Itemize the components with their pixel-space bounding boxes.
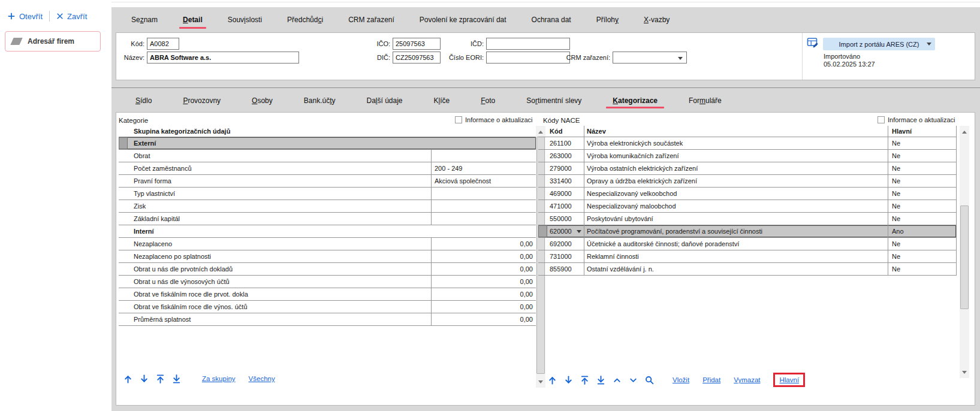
move-first-icon[interactable] (578, 374, 591, 386)
nace-row-279000[interactable]: 279000Výroba ostatních elektrických zaří… (538, 162, 957, 175)
move-last-icon[interactable] (170, 373, 183, 385)
edit-table-icon[interactable] (807, 37, 819, 49)
row-selector (119, 137, 128, 149)
move-down-icon[interactable] (562, 374, 575, 386)
dic-input[interactable] (393, 52, 441, 64)
category-row-typ-vlastnictvi[interactable]: Typ vlastnictví (119, 188, 536, 200)
ico-input[interactable] (393, 38, 441, 50)
category-row-pravni-forma[interactable]: Pravní formaAkciová společnost (119, 175, 536, 188)
tab-souvislosti[interactable]: Souvislosti (215, 7, 275, 32)
close-button[interactable]: Zavřít (56, 12, 87, 21)
search-icon[interactable] (643, 374, 656, 386)
nace-row-469000[interactable]: 469000Nespecializovaný velkoobchodNe (538, 188, 957, 200)
category-row-obrat-u-nas-dle-vynosovych-uctu[interactable]: Obrat u nás dle výnosových účtů0,00 (119, 276, 536, 288)
scroll-down-button[interactable] (536, 378, 545, 388)
link-vsechny[interactable]: Všechny (249, 375, 275, 382)
tab-detail[interactable]: Detail (170, 7, 215, 32)
nace-row-692000[interactable]: 692000Účetnické a auditorské činnosti; d… (538, 238, 957, 250)
tab-ochrana-dat[interactable]: Ochrana dat (519, 7, 584, 32)
category-row-zakladni-kapital[interactable]: Základní kapitál (119, 213, 536, 225)
move-down-icon[interactable] (137, 373, 150, 385)
tab-formulare[interactable]: Formuláře (673, 89, 737, 112)
tab-povoleni-ke-zpracovani-dat[interactable]: Povolení ke zpracování dat (407, 7, 519, 32)
category-row-obrat[interactable]: Obrat (119, 150, 536, 162)
categories-footer-icons (121, 373, 183, 385)
nace-row-471000[interactable]: 471000Nespecializovaný maloobchodNe (538, 200, 957, 213)
checkbox-icon[interactable] (878, 116, 885, 123)
nace-hlavni: Ne (888, 238, 956, 250)
link-vymazat[interactable]: Vymazat (734, 376, 760, 383)
move-first-icon[interactable] (153, 373, 167, 385)
nace-scrollbar[interactable] (960, 126, 969, 378)
row-selector (119, 200, 128, 212)
chevron-up-icon[interactable] (610, 374, 623, 386)
kod-input[interactable] (147, 38, 179, 50)
nace-kod: 692000 (547, 238, 584, 250)
category-row-nezaplaceno[interactable]: Nezaplaceno0,00 (119, 238, 536, 250)
category-label: Nezaplaceno po splatnosti (128, 250, 431, 262)
tab-provozovny[interactable]: Provozovny (167, 89, 236, 112)
category-row-obrat-ve-fiskalnim-roce-dle-prvot-dokla[interactable]: Obrat ve fiskálním roce dle prvot. dokla… (119, 288, 536, 301)
link-hlavni[interactable]: Hlavní (779, 376, 799, 383)
nace-row-620000[interactable]: 620000Počítačové programování, poradenst… (538, 225, 957, 238)
nace-kod: 550000 (547, 213, 584, 225)
eori-input[interactable] (486, 52, 570, 64)
scroll-up-button[interactable] (960, 126, 969, 135)
nace-table-rows: 261100Výroba elektronických součástekNe2… (538, 137, 957, 276)
category-row-obrat-u-nas-dle-prvotnich-dokladu[interactable]: Obrat u nás dle prvotních dokladů0,00 (119, 263, 536, 276)
tab-kategorizace[interactable]: Kategorizace (597, 89, 673, 112)
category-row-zisk[interactable]: Zisk (119, 200, 536, 213)
tab-bank-ucty[interactable]: Bank.účty (288, 89, 351, 112)
chevron-down-icon[interactable] (577, 230, 581, 235)
tab-x-vazby[interactable]: X-vazby (631, 7, 682, 32)
nace-row-261100[interactable]: 261100Výroba elektronických součástekNe (538, 137, 957, 150)
category-row-pocet-zamestnancu[interactable]: Počet zaměstnanců200 - 249 (119, 162, 536, 175)
nace-row-855900[interactable]: 855900Ostatní vzdělávání j. n.Ne (538, 263, 957, 276)
tab-predchudci[interactable]: Předchůdci (275, 7, 336, 32)
link-pridat[interactable]: Přidat (702, 376, 720, 383)
categories-title: Kategorie (119, 117, 148, 124)
category-row-obrat-ve-fiskalnim-roce-dle-vynos-uctu[interactable]: Obrat ve fiskálním roce dle výnos. účtů0… (119, 301, 536, 313)
nace-row-263000[interactable]: 263000Výroba komunikačních zařízeníNe (538, 150, 957, 162)
crm-zarazeni-select[interactable] (613, 52, 687, 64)
category-row-prumerna-splatnost[interactable]: Průměrná splatnost0,00 (119, 313, 536, 326)
link-za-skupiny[interactable]: Za skupiny (202, 375, 236, 382)
chevron-down-icon (927, 43, 931, 48)
row-selector (538, 225, 547, 237)
nace-row-550000[interactable]: 550000Poskytování ubytováníNe (538, 213, 957, 225)
nace-nazev: Opravy a údržba elektrických zařízení (584, 175, 888, 187)
nace-kod: 731000 (547, 250, 584, 262)
nazev-input[interactable] (147, 52, 299, 64)
row-selector (119, 313, 128, 325)
nace-table-header: Kód Název Hlavní (538, 126, 957, 137)
category-row-externi[interactable]: Externí (119, 137, 536, 150)
tab-crm-zarazeni[interactable]: CRM zařazení (336, 7, 407, 32)
tab-sidlo[interactable]: Sídlo (120, 89, 167, 112)
nace-row-731000[interactable]: 731000Reklamní činnostiNe (538, 250, 957, 263)
open-button[interactable]: Otevřít (7, 12, 43, 21)
nace-row-331400[interactable]: 331400Opravy a údržba elektrických zaříz… (538, 175, 957, 188)
category-value: Akciová společnost (431, 175, 536, 187)
link-vlozit[interactable]: Vložit (673, 376, 689, 383)
tab-klice[interactable]: Klíče (418, 89, 466, 112)
category-value: 0,00 (431, 250, 536, 262)
tab-foto[interactable]: Foto (465, 89, 511, 112)
scroll-down-button[interactable] (960, 368, 969, 378)
category-row-nezaplaceno-po-splatnosti[interactable]: Nezaplaceno po splatnosti0,00 (119, 250, 536, 263)
icd-input[interactable] (486, 38, 570, 50)
move-up-icon[interactable] (121, 373, 134, 385)
import-ares-button[interactable]: Import z portálu ARES (CZ) (823, 38, 935, 50)
category-row-interni[interactable]: Interní (119, 225, 536, 238)
tab-dalsi-udaje[interactable]: Další údaje (351, 89, 418, 112)
tab-prilohy[interactable]: Přílohy (584, 7, 631, 32)
tab-seznam[interactable]: Seznam (119, 7, 170, 32)
tab-osoby[interactable]: Osoby (236, 89, 288, 112)
move-up-icon[interactable] (545, 374, 559, 386)
checkbox-icon[interactable] (455, 116, 462, 123)
move-last-icon[interactable] (594, 374, 607, 386)
tab-sortimentni-slevy[interactable]: Sortimentní slevy (511, 89, 597, 112)
module-item-adresar-firem[interactable]: Adresář firem (5, 31, 101, 52)
import-status-line2: 05.02.2025 13:27 (824, 61, 875, 68)
chevron-down-icon[interactable] (626, 374, 640, 386)
scroll-thumb[interactable] (960, 206, 969, 309)
